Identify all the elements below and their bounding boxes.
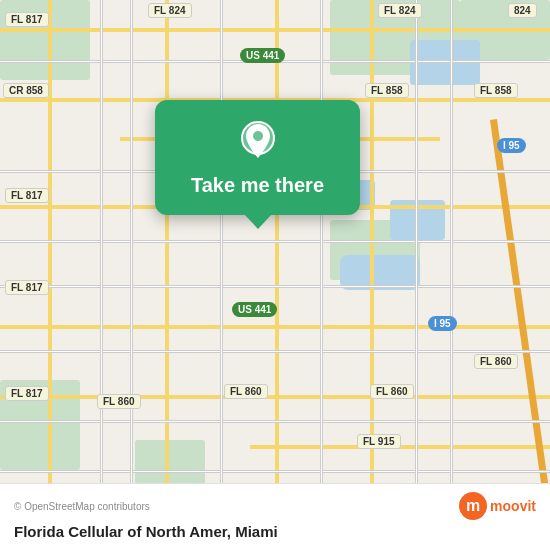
label-fl817-ml: FL 817 <box>5 188 49 203</box>
location-pin-icon <box>236 120 280 164</box>
road-grid-v2 <box>130 0 133 550</box>
road-grid-h4 <box>0 285 550 288</box>
road-grid-h7 <box>0 470 550 473</box>
bottom-bar: © OpenStreetMap contributors m moovit Fl… <box>0 483 550 550</box>
label-fl860-far: FL 860 <box>474 354 518 369</box>
moovit-m-icon: m <box>459 492 487 520</box>
road-grid-h3 <box>0 240 550 243</box>
moovit-wordmark: moovit <box>490 498 536 514</box>
label-fl824-tr: FL 824 <box>378 3 422 18</box>
label-fl860-bm: FL 860 <box>224 384 268 399</box>
road-grid-v1 <box>100 0 103 550</box>
label-fl915: FL 915 <box>357 434 401 449</box>
bottom-bar-top: © OpenStreetMap contributors m moovit <box>14 492 536 520</box>
label-i95-b: I 95 <box>428 316 457 331</box>
road-grid-v3 <box>220 0 223 550</box>
moovit-logo: m moovit <box>459 492 536 520</box>
label-824-r: 824 <box>508 3 537 18</box>
location-name: Florida Cellular of North Amer, Miami <box>14 523 536 540</box>
label-us441-b: US 441 <box>232 302 277 317</box>
road-grid-v5 <box>415 0 418 550</box>
label-fl860-bl: FL 860 <box>97 394 141 409</box>
label-fl858-mr: FL 858 <box>365 83 409 98</box>
label-fl817-tl: FL 817 <box>5 12 49 27</box>
road-grid-h5 <box>0 350 550 353</box>
popup-title: Take me there <box>191 174 324 197</box>
popup-card[interactable]: Take me there <box>155 100 360 215</box>
road-v2 <box>165 0 169 550</box>
label-fl817-bot: FL 817 <box>5 386 49 401</box>
label-fl858-r: FL 858 <box>474 83 518 98</box>
label-fl824-t: FL 824 <box>148 3 192 18</box>
label-cr858-l: CR 858 <box>3 83 49 98</box>
road-v1 <box>48 0 52 550</box>
road-us441-v <box>275 0 279 550</box>
road-grid-h6 <box>0 420 550 423</box>
label-fl817-bl: FL 817 <box>5 280 49 295</box>
road-grid-v4 <box>320 0 323 550</box>
label-fl860-br: FL 860 <box>370 384 414 399</box>
label-i95-r: I 95 <box>497 138 526 153</box>
map-attribution: © OpenStreetMap contributors <box>14 501 150 512</box>
road-grid-v6 <box>450 0 453 550</box>
label-us441-t: US 441 <box>240 48 285 63</box>
map-container: FL 817 FL 824 US 441 FL 824 824 FL 858 F… <box>0 0 550 550</box>
